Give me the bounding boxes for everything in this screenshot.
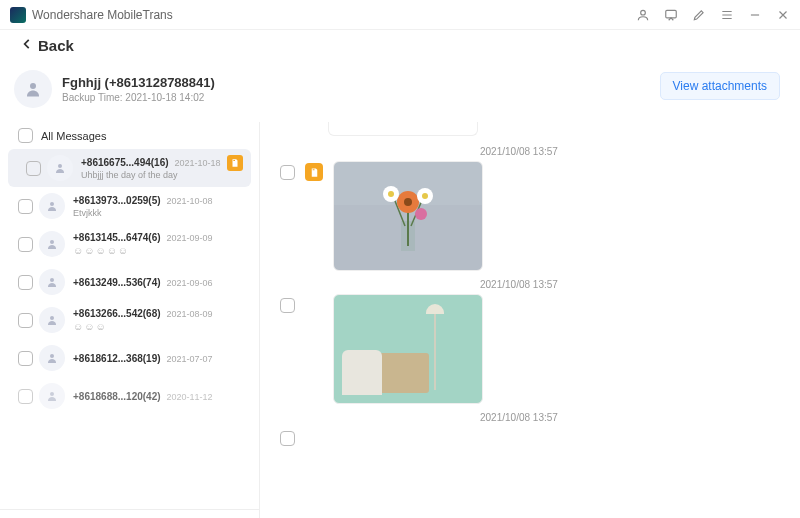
svg-point-5	[50, 240, 54, 244]
titlebar: Wondershare MobileTrans	[0, 0, 800, 30]
thread-checkbox[interactable]	[18, 275, 33, 290]
svg-point-2	[30, 83, 36, 89]
filter-deleted-row[interactable]: Only show deleted Messages	[0, 509, 259, 518]
svg-point-8	[50, 354, 54, 358]
svg-rect-1	[666, 10, 677, 18]
svg-point-6	[50, 278, 54, 282]
thread-preview: Etvjkkk	[73, 208, 249, 218]
avatar-icon	[39, 345, 65, 371]
thread-number: +8613249...536(74)	[73, 277, 161, 288]
minimize-icon[interactable]	[748, 8, 762, 22]
thread-preview: Uhbjjj the day of the day	[81, 170, 241, 180]
thread-list: +8616675...494(16)2021-10-18 Uhbjjj the …	[0, 149, 259, 509]
app-logo	[10, 7, 26, 23]
app-title: Wondershare MobileTrans	[32, 8, 636, 22]
thread-preview: ☺☺☺☺☺	[73, 245, 249, 256]
message-panel: 2021/10/08 13:57	[260, 122, 800, 518]
thread-checkbox[interactable]	[18, 389, 33, 404]
message-image[interactable]	[333, 294, 483, 404]
sidebar: All Messages +8616675...494(16)2021-10-1…	[0, 122, 260, 518]
thread-date: 2021-09-09	[167, 233, 213, 243]
content: All Messages +8616675...494(16)2021-10-1…	[0, 122, 800, 518]
thread-date: 2021-10-18	[175, 158, 221, 168]
all-messages-checkbox[interactable]	[18, 128, 33, 143]
attachment-badge-icon	[227, 155, 243, 171]
avatar-icon	[39, 231, 65, 257]
avatar-icon	[39, 269, 65, 295]
avatar-icon	[39, 383, 65, 409]
thread-checkbox[interactable]	[18, 199, 33, 214]
thread-date: 2020-11-12	[167, 392, 213, 402]
avatar-icon	[39, 307, 65, 333]
svg-point-7	[50, 316, 54, 320]
thread-checkbox[interactable]	[18, 237, 33, 252]
account-icon[interactable]	[636, 8, 650, 22]
edit-icon[interactable]	[692, 8, 706, 22]
message-timestamp: 2021/10/08 13:57	[480, 412, 780, 423]
svg-point-3	[58, 164, 62, 168]
all-messages-row[interactable]: All Messages	[0, 122, 259, 149]
thread-number: +8616675...494(16)	[81, 157, 169, 168]
feedback-icon[interactable]	[664, 8, 678, 22]
thread-item[interactable]: +8613249...536(74)2021-09-06	[0, 263, 259, 301]
message-timestamp: 2021/10/08 13:57	[480, 279, 780, 290]
thread-date: 2021-10-08	[167, 196, 213, 206]
message-row	[280, 161, 780, 271]
thread-preview: ☺☺☺	[73, 321, 249, 332]
thread-item[interactable]: +8613973...0259(5)2021-10-08 Etvjkkk	[0, 187, 259, 225]
chevron-left-icon	[20, 37, 34, 54]
thread-item[interactable]: +8616675...494(16)2021-10-18 Uhbjjj the …	[8, 149, 251, 187]
message-image[interactable]	[333, 161, 483, 271]
svg-point-19	[422, 193, 428, 199]
back-row: Back	[0, 30, 800, 60]
message-timestamp: 2021/10/08 13:57	[480, 146, 780, 157]
svg-point-15	[404, 198, 412, 206]
all-messages-label: All Messages	[41, 130, 106, 142]
thread-date: 2021-08-09	[167, 309, 213, 319]
avatar-icon	[47, 155, 73, 181]
thread-number: +8618688...120(42)	[73, 391, 161, 402]
thread-checkbox[interactable]	[18, 313, 33, 328]
message-checkbox[interactable]	[280, 298, 295, 313]
window-controls	[636, 8, 790, 22]
thread-number: +8613145...6474(6)	[73, 232, 161, 243]
message-image-clip	[328, 122, 478, 136]
message-checkbox[interactable]	[280, 431, 295, 446]
svg-point-0	[641, 10, 646, 15]
backup-time: Backup Time: 2021-10-18 14:02	[62, 92, 215, 103]
thread-item[interactable]: +8618688...120(42)2020-11-12	[0, 377, 259, 415]
thread-item[interactable]: +8613266...542(68)2021-08-09 ☺☺☺	[0, 301, 259, 339]
thread-number: +8618612...368(19)	[73, 353, 161, 364]
back-button[interactable]: Back	[20, 37, 74, 54]
svg-point-4	[50, 202, 54, 206]
thread-date: 2021-07-07	[167, 354, 213, 364]
svg-point-20	[415, 208, 427, 220]
message-row	[280, 294, 780, 404]
thread-number: +8613973...0259(5)	[73, 195, 161, 206]
back-label: Back	[38, 37, 74, 54]
avatar	[14, 70, 52, 108]
svg-point-9	[50, 392, 54, 396]
thread-checkbox[interactable]	[18, 351, 33, 366]
thread-item[interactable]: +8613145...6474(6)2021-09-09 ☺☺☺☺☺	[0, 225, 259, 263]
header-area: Fghhjj (+8613128788841) Backup Time: 202…	[0, 60, 800, 122]
attachment-badge-icon	[305, 163, 323, 181]
svg-point-17	[388, 191, 394, 197]
thread-checkbox[interactable]	[26, 161, 41, 176]
close-icon[interactable]	[776, 8, 790, 22]
menu-icon[interactable]	[720, 8, 734, 22]
message-checkbox[interactable]	[280, 165, 295, 180]
view-attachments-button[interactable]: View attachments	[660, 72, 781, 100]
avatar-icon	[39, 193, 65, 219]
thread-number: +8613266...542(68)	[73, 308, 161, 319]
contact-name: Fghhjj (+8613128788841)	[62, 75, 215, 90]
message-row	[280, 427, 780, 446]
thread-item[interactable]: +8618612...368(19)2021-07-07	[0, 339, 259, 377]
thread-date: 2021-09-06	[167, 278, 213, 288]
